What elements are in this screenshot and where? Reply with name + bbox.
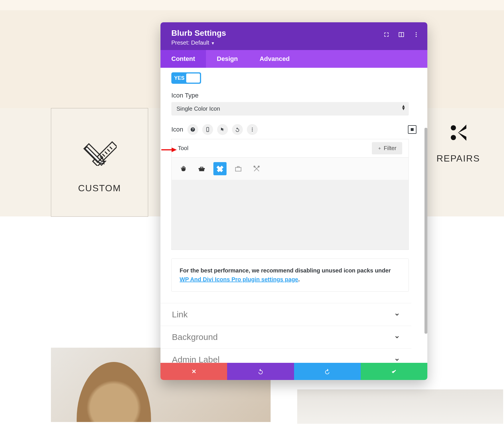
chevron-down-icon bbox=[394, 334, 400, 340]
icon-picker: Filter bbox=[171, 139, 409, 250]
hand-grab-icon[interactable] bbox=[177, 162, 190, 175]
preset-selector[interactable]: Preset: Default ▼ bbox=[171, 39, 416, 46]
svg-rect-25 bbox=[235, 168, 241, 171]
accordion-link-label: Link bbox=[172, 310, 188, 319]
chevron-down-icon bbox=[394, 357, 400, 363]
use-icon-toggle[interactable]: YES bbox=[171, 72, 201, 84]
svg-point-14 bbox=[416, 32, 417, 33]
more-icon[interactable] bbox=[413, 31, 419, 39]
performance-notice: For the best performance, we recommend d… bbox=[171, 258, 409, 292]
svg-point-18 bbox=[207, 131, 208, 132]
toggle-knob bbox=[186, 73, 200, 83]
modal-title: Blurb Settings bbox=[171, 29, 416, 38]
ruler-cross-icon[interactable] bbox=[213, 162, 227, 175]
notice-link[interactable]: WP And Divi Icons Pro plugin settings pa… bbox=[180, 276, 298, 282]
more-options-icon[interactable] bbox=[247, 124, 258, 135]
modal-body: YES Icon Type Single Color Icon ▴▾ Icon … bbox=[160, 68, 427, 363]
modal-tabs: Content Design Advanced bbox=[160, 50, 427, 68]
chevron-down-icon bbox=[394, 312, 400, 317]
svg-line-6 bbox=[110, 147, 112, 149]
icon-type-select[interactable]: Single Color Icon ▴▾ bbox=[171, 102, 409, 116]
modal-header[interactable]: Blurb Settings Preset: Default ▼ bbox=[160, 22, 427, 50]
content-image-right bbox=[297, 389, 503, 424]
annotation-arrow bbox=[161, 148, 177, 152]
mobile-icon[interactable] bbox=[202, 124, 213, 135]
select-sort-icon: ▴▾ bbox=[402, 104, 405, 110]
accordion-background[interactable]: Background bbox=[160, 326, 411, 348]
accordion-admin-label[interactable]: Admin Label bbox=[160, 348, 411, 371]
svg-line-4 bbox=[105, 152, 107, 154]
icon-type-value: Single Color Icon bbox=[176, 105, 220, 112]
accordion-link[interactable]: Link bbox=[160, 303, 411, 326]
svg-rect-22 bbox=[199, 168, 205, 169]
tools-cross-icon[interactable] bbox=[250, 162, 263, 175]
chevron-down-icon: ▼ bbox=[210, 41, 215, 45]
svg-point-15 bbox=[416, 34, 417, 35]
toggle-yes-label: YES bbox=[172, 75, 186, 81]
tab-design[interactable]: Design bbox=[206, 50, 249, 68]
icon-picker-expand-icon[interactable] bbox=[408, 125, 416, 134]
page-band-top bbox=[0, 0, 504, 10]
svg-point-16 bbox=[416, 36, 417, 37]
expand-icon[interactable] bbox=[383, 31, 390, 39]
svg-marker-7 bbox=[85, 145, 105, 165]
notice-prefix: For the best performance, we recommend d… bbox=[180, 267, 391, 274]
filter-button[interactable]: Filter bbox=[372, 142, 402, 154]
card-label-custom: CUSTOM bbox=[78, 183, 121, 194]
plus-icon bbox=[378, 146, 382, 150]
blurb-card-repairs[interactable]: REPAIRS bbox=[424, 123, 493, 209]
icon-type-label: Icon Type bbox=[171, 92, 416, 99]
cursor-icon[interactable] bbox=[217, 124, 228, 135]
split-view-icon[interactable] bbox=[398, 31, 404, 39]
svg-point-21 bbox=[252, 131, 253, 132]
blurb-card-custom[interactable]: CUSTOM bbox=[51, 108, 148, 217]
icon-search-input[interactable] bbox=[178, 145, 372, 152]
icon-results-row bbox=[172, 158, 408, 180]
tab-content[interactable]: Content bbox=[160, 50, 206, 68]
accordion-admin-label-label: Admin Label bbox=[172, 355, 220, 365]
icon-picker-empty-space bbox=[172, 180, 408, 250]
svg-point-11 bbox=[451, 135, 456, 140]
svg-point-10 bbox=[451, 125, 456, 130]
toolbox-icon[interactable] bbox=[195, 162, 208, 175]
card-label-repairs: REPAIRS bbox=[436, 153, 480, 164]
preset-label: Preset: Default bbox=[171, 39, 209, 46]
svg-point-19 bbox=[252, 128, 253, 128]
tab-advanced[interactable]: Advanced bbox=[249, 50, 300, 68]
notice-suffix: . bbox=[298, 276, 300, 282]
ruler-pencil-cross-icon bbox=[82, 132, 117, 167]
accordion-background-label: Background bbox=[172, 332, 218, 342]
svg-line-5 bbox=[107, 149, 110, 151]
briefcase-icon[interactable] bbox=[232, 162, 245, 175]
modal-scrollbar[interactable] bbox=[424, 128, 427, 334]
svg-line-3 bbox=[102, 154, 105, 156]
icon-label: Icon bbox=[171, 126, 183, 133]
filter-label: Filter bbox=[384, 145, 396, 152]
scissors-icon bbox=[449, 123, 468, 144]
blurb-settings-modal: Blurb Settings Preset: Default ▼ Content… bbox=[160, 22, 427, 380]
svg-point-20 bbox=[252, 129, 253, 130]
undo-icon[interactable] bbox=[232, 124, 243, 135]
accordion-group: Link Background Admin Label bbox=[160, 303, 411, 371]
help-icon[interactable] bbox=[187, 124, 198, 135]
